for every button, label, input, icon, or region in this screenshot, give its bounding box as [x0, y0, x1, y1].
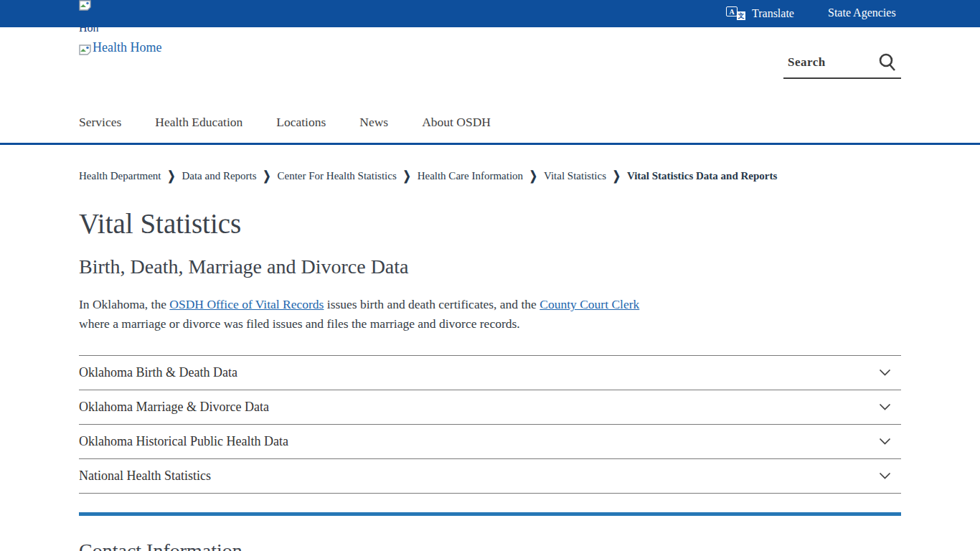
translate-icon-glyph: 文: [737, 11, 745, 20]
accordion-label: National Health Statistics: [79, 468, 211, 484]
main-navigation: Services Health Education Locations News…: [79, 115, 491, 130]
nav-item-health-education[interactable]: Health Education: [155, 115, 242, 130]
intro-text: issues birth and death certificates, and…: [324, 297, 540, 311]
translate-label: Translate: [752, 7, 794, 20]
breadcrumb-vital-statistics[interactable]: Vital Statistics: [544, 170, 606, 182]
search-icon[interactable]: [877, 52, 897, 72]
chevron-right-icon: ❯: [403, 169, 411, 184]
section-divider: [79, 512, 901, 516]
chevron-down-icon: [879, 472, 891, 480]
breadcrumb-health-care-information[interactable]: Health Care Information: [418, 170, 523, 182]
intro-text: where a marriage or divorce was filed is…: [79, 316, 520, 331]
health-home-link[interactable]: Health Home: [79, 40, 161, 55]
translate-icon-letter: A: [726, 6, 738, 17]
breadcrumb-current-page: Vital Statistics Data and Reports: [627, 170, 777, 182]
breadcrumb: Health Department ❯ Data and Reports ❯ C…: [79, 170, 901, 182]
search-placeholder: Search: [788, 55, 826, 70]
accordion-group: Oklahoma Birth & Death Data Oklahoma Mar…: [79, 355, 901, 494]
chevron-right-icon: ❯: [263, 169, 271, 184]
chevron-down-icon: [879, 403, 891, 411]
search-input[interactable]: Search: [783, 52, 901, 79]
translate-button[interactable]: A 文 Translate: [726, 6, 794, 20]
translate-icon: A 文: [726, 6, 745, 20]
chevron-down-icon: [879, 369, 891, 377]
county-court-clerk-link[interactable]: County Court Clerk: [540, 297, 639, 311]
breadcrumb-health-department[interactable]: Health Department: [79, 170, 161, 182]
main-content: Health Department ❯ Data and Reports ❯ C…: [79, 170, 901, 551]
health-home-label: Health Home: [93, 40, 161, 55]
chevron-right-icon: ❯: [529, 169, 537, 184]
vital-records-link[interactable]: OSDH Office of Vital Records: [169, 297, 324, 311]
contact-information-heading: Contact Information: [79, 540, 901, 551]
nav-divider: [0, 143, 980, 145]
page-subtitle: Birth, Death, Marriage and Divorce Data: [79, 255, 901, 278]
accordion-label: Oklahoma Birth & Death Data: [79, 365, 237, 380]
broken-image-icon: [79, 44, 91, 55]
accordion-label: Oklahoma Historical Public Health Data: [79, 434, 288, 449]
broken-image-icon[interactable]: [79, 0, 91, 11]
state-agencies-label: State Agencies: [828, 6, 896, 19]
intro-paragraph: In Oklahoma, the OSDH Office of Vital Re…: [79, 295, 669, 334]
nav-item-locations[interactable]: Locations: [276, 115, 326, 130]
accordion-birth-death-data[interactable]: Oklahoma Birth & Death Data: [79, 355, 901, 390]
top-utility-bar: A 文 Translate State Agencies: [0, 0, 980, 27]
accordion-label: Oklahoma Marriage & Divorce Data: [79, 400, 269, 415]
chevron-down-icon: [879, 438, 891, 446]
chevron-right-icon: ❯: [168, 169, 176, 184]
chevron-right-icon: ❯: [613, 169, 621, 184]
accordion-historical-public-health-data[interactable]: Oklahoma Historical Public Health Data: [79, 424, 901, 458]
breadcrumb-data-and-reports[interactable]: Data and Reports: [182, 170, 256, 182]
accordion-marriage-divorce-data[interactable]: Oklahoma Marriage & Divorce Data: [79, 390, 901, 424]
page: A 文 Translate State Agencies Hon Health …: [0, 0, 980, 551]
intro-text: In Oklahoma, the: [79, 297, 169, 311]
nav-item-news[interactable]: News: [359, 115, 388, 130]
nav-item-about-osdh[interactable]: About OSDH: [422, 115, 491, 130]
page-title: Vital Statistics: [79, 209, 901, 240]
state-agencies-link[interactable]: State Agencies: [828, 6, 896, 19]
breadcrumb-center-for-health-statistics[interactable]: Center For Health Statistics: [278, 170, 397, 182]
accordion-national-health-statistics[interactable]: National Health Statistics: [79, 458, 901, 493]
nav-item-services[interactable]: Services: [79, 115, 121, 130]
